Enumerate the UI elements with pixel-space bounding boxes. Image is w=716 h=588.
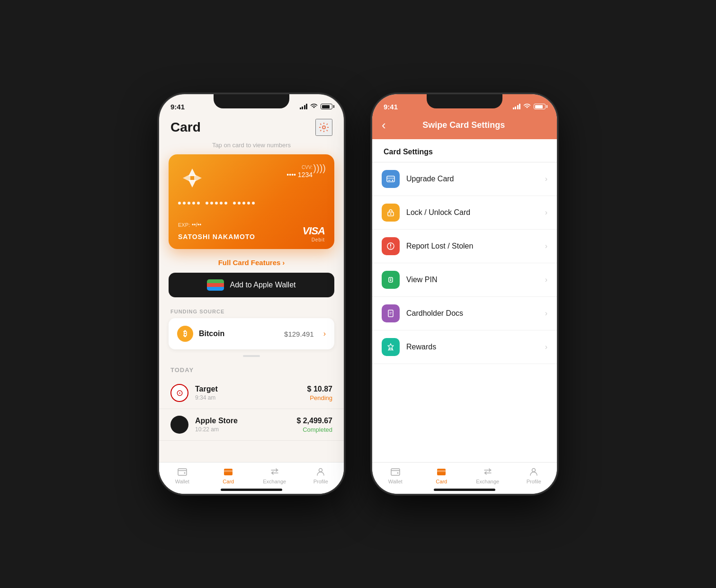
full-card-features: Full Card Features › bbox=[159, 257, 344, 273]
nav-label-exchange: Exchange bbox=[263, 479, 286, 484]
target-store-icon: ⊙ bbox=[170, 384, 188, 402]
card-header: Card bbox=[159, 115, 344, 142]
chevron-right-icon: › bbox=[282, 258, 285, 267]
settings-list: Upgrade Card › Lock / Unlock Card › bbox=[372, 162, 557, 364]
phone-1-screen: 9:41 Card bbox=[159, 94, 344, 494]
tx-details-target: Target 9:34 am bbox=[195, 385, 301, 401]
svg-rect-1 bbox=[178, 469, 187, 475]
nav-item-exchange-2[interactable]: Exchange bbox=[465, 466, 511, 484]
contactless-icon: )))) bbox=[313, 163, 326, 174]
rewards-chevron-icon: › bbox=[545, 343, 547, 351]
card-screen: 9:41 Card bbox=[159, 94, 344, 494]
phone-2-screen: 9:41 ‹ Swipe bbox=[372, 94, 557, 494]
status-icons-2 bbox=[513, 104, 546, 109]
cardholder-docs-label: Cardholder Docs bbox=[406, 309, 538, 318]
nav-item-wallet-2[interactable]: Wallet bbox=[372, 466, 419, 484]
apple-store-icon bbox=[170, 416, 188, 434]
svg-rect-7 bbox=[387, 178, 394, 179]
wallet-icon bbox=[207, 279, 224, 291]
home-indicator bbox=[221, 489, 282, 491]
back-button[interactable]: ‹ bbox=[382, 118, 386, 133]
tx-name-apple: Apple Store bbox=[195, 417, 290, 425]
lock-card-icon bbox=[382, 204, 400, 222]
nav-label-exchange-2: Exchange bbox=[476, 479, 499, 484]
bitcoin-icon: ₿ bbox=[177, 326, 193, 342]
lock-card-label: Lock / Unlock Card bbox=[406, 208, 538, 217]
battery-fill-2 bbox=[535, 105, 543, 108]
settings-item-pin[interactable]: View PIN › bbox=[372, 263, 557, 297]
apple-wallet-text: Add to Apple Wallet bbox=[230, 281, 295, 289]
signal-icon-2 bbox=[513, 104, 521, 109]
pin-chevron-icon: › bbox=[545, 276, 547, 284]
report-chevron-icon: › bbox=[545, 242, 547, 250]
settings-item-lock[interactable]: Lock / Unlock Card › bbox=[372, 196, 557, 230]
card-dots-2 bbox=[206, 202, 227, 205]
card-name: SATOSHI NAKAMOTO bbox=[178, 233, 255, 241]
settings-page-title: Swipe Card Settings bbox=[393, 120, 535, 130]
settings-item-rewards[interactable]: Rewards › bbox=[372, 330, 557, 364]
rewards-label: Rewards bbox=[406, 343, 538, 351]
nav-item-wallet[interactable]: Wallet bbox=[159, 466, 206, 484]
tx-time: 9:34 am bbox=[195, 394, 301, 401]
funding-chevron-icon: › bbox=[323, 330, 326, 338]
svg-point-2 bbox=[184, 472, 185, 474]
apple-wallet-button[interactable]: Add to Apple Wallet bbox=[169, 273, 334, 297]
docs-chevron-icon: › bbox=[545, 309, 547, 318]
funding-row[interactable]: ₿ Bitcoin $129.491 › bbox=[169, 318, 334, 349]
card-visa: VISA Debit bbox=[303, 225, 325, 242]
svg-point-8 bbox=[392, 180, 394, 181]
settings-item-docs[interactable]: Cardholder Docs › bbox=[372, 297, 557, 330]
notch-2 bbox=[427, 94, 502, 108]
lock-chevron-icon: › bbox=[545, 208, 547, 217]
nav-item-exchange[interactable]: Exchange bbox=[251, 466, 298, 484]
phone-2: 9:41 ‹ Swipe bbox=[372, 94, 557, 494]
status-time-2: 9:41 bbox=[384, 103, 398, 111]
upgrade-card-icon bbox=[382, 170, 400, 188]
card-settings-label: Card Settings bbox=[372, 139, 557, 162]
upgrade-chevron-icon: › bbox=[545, 175, 547, 183]
nav-item-card-2[interactable]: Card bbox=[419, 466, 465, 484]
funding-name: Bitcoin bbox=[199, 330, 278, 338]
tx-time-apple: 10:22 am bbox=[195, 426, 290, 433]
tap-hint: Tap on card to view numbers bbox=[159, 142, 344, 149]
card-dots-1 bbox=[178, 202, 200, 205]
report-lost-label: Report Lost / Stolen bbox=[406, 242, 538, 250]
nav-label-wallet: Wallet bbox=[175, 479, 189, 484]
svg-point-0 bbox=[322, 126, 325, 129]
wifi-icon bbox=[310, 104, 318, 109]
home-indicator-2 bbox=[434, 489, 495, 491]
tx-details-apple: Apple Store 10:22 am bbox=[195, 417, 290, 433]
view-pin-icon bbox=[382, 271, 400, 289]
settings-item-report[interactable]: Report Lost / Stolen › bbox=[372, 230, 557, 263]
funding-amount: $129.491 bbox=[284, 330, 314, 338]
full-card-features-link[interactable]: Full Card Features › bbox=[218, 258, 285, 267]
phone-1: 9:41 Card bbox=[159, 94, 344, 494]
signal-icon bbox=[300, 104, 308, 109]
settings-item-upgrade[interactable]: Upgrade Card › bbox=[372, 162, 557, 196]
view-pin-label: View PIN bbox=[406, 276, 538, 284]
page-title: Card bbox=[170, 120, 201, 135]
transaction-row-apple[interactable]: Apple Store 10:22 am $ 2,499.67 Complete… bbox=[159, 409, 344, 441]
nav-label-card: Card bbox=[223, 479, 234, 484]
card-expiry: EXP: ••/•• bbox=[178, 222, 201, 228]
card-nav-icon bbox=[223, 466, 233, 477]
transaction-row[interactable]: ⊙ Target 9:34 am $ 10.87 Pending bbox=[159, 377, 344, 409]
settings-button[interactable] bbox=[315, 119, 332, 136]
card-dots-3 bbox=[233, 202, 255, 205]
svg-rect-4 bbox=[224, 470, 233, 472]
svg-rect-19 bbox=[437, 470, 446, 472]
svg-rect-15 bbox=[388, 310, 393, 317]
nav-item-profile[interactable]: Profile bbox=[298, 466, 344, 484]
nav-label-wallet-2: Wallet bbox=[388, 479, 403, 484]
status-time: 9:41 bbox=[170, 103, 185, 111]
exchange-nav-icon-2 bbox=[483, 466, 493, 477]
wallet-nav-icon bbox=[177, 466, 188, 477]
notch bbox=[214, 94, 289, 108]
credit-card[interactable]: )))) CVV: •••• 1234 bbox=[169, 154, 334, 249]
nav-item-profile-2[interactable]: Profile bbox=[511, 466, 557, 484]
settings-nav-bar: ‹ Swipe Card Settings bbox=[372, 115, 557, 139]
profile-nav-icon bbox=[315, 466, 326, 477]
profile-nav-icon-2 bbox=[528, 466, 539, 477]
svg-point-20 bbox=[532, 469, 536, 472]
nav-item-card[interactable]: Card bbox=[206, 466, 252, 484]
